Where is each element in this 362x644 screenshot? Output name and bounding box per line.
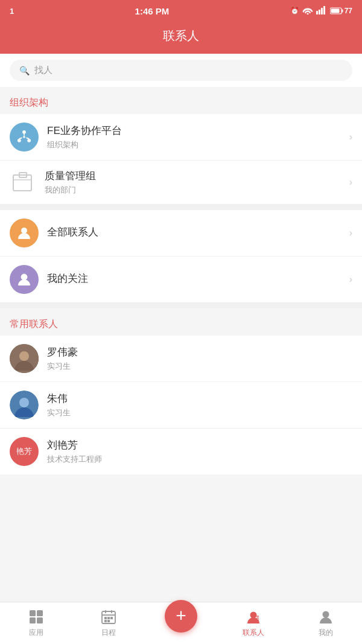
status-time: 1:46 PM — [135, 6, 170, 16]
frequent-section-title: 常用联系人 — [0, 308, 362, 336]
status-notification: 1 — [10, 7, 14, 16]
luoweihao-name: 罗伟豪 — [47, 345, 352, 359]
contact-liuyanfang[interactable]: 艳芳 刘艳芳 技术支持工程师 — [0, 429, 362, 474]
search-bar: 🔍 找人 — [0, 54, 362, 87]
nav-apps[interactable]: 应用 — [0, 608, 72, 638]
svg-point-24 — [19, 398, 29, 407]
org-item-quality-text: 质量管理组 我的部门 — [45, 169, 345, 196]
contact-luoweihao[interactable]: 罗伟豪 实习生 — [0, 336, 362, 382]
page-title: 联系人 — [0, 28, 362, 44]
my-follows-icon — [10, 265, 39, 294]
svg-point-9 — [27, 139, 31, 142]
org-item-quality-name: 质量管理组 — [45, 169, 345, 183]
mine-icon — [317, 608, 334, 625]
section-gap-2 — [0, 302, 362, 308]
content-area: 🔍 找人 组织架构 FE业务协作平台 — [0, 54, 362, 517]
search-input-wrapper[interactable]: 🔍 找人 — [10, 60, 352, 81]
svg-point-38 — [250, 612, 257, 619]
all-contacts-text: 全部联系人 — [47, 225, 345, 241]
svg-point-8 — [17, 139, 21, 142]
org-item-fe-text: FE业务协作平台 组织架构 — [47, 124, 345, 150]
fab-plus-icon: + — [176, 607, 186, 625]
alarm-icon: ⏰ — [290, 7, 299, 15]
svg-rect-36 — [107, 620, 110, 622]
org-item-fe-name: FE业务协作平台 — [47, 124, 345, 138]
all-contacts-item[interactable]: 全部联系人 › — [0, 210, 362, 257]
org-item-quality[interactable]: 质量管理组 我的部门 › — [0, 161, 362, 204]
liuyanfang-avatar-text: 艳芳 — [16, 446, 32, 457]
org-item-fe-platform[interactable]: FE业务协作平台 组织架构 › — [0, 114, 362, 161]
chevron-icon: › — [349, 228, 352, 238]
svg-point-22 — [19, 351, 29, 361]
my-follows-name: 我的关注 — [47, 272, 345, 285]
chevron-icon: › — [349, 132, 352, 142]
org-item-quality-subtitle: 我的部门 — [45, 185, 345, 196]
svg-rect-34 — [107, 617, 110, 619]
nav-schedule[interactable]: 日程 — [72, 608, 145, 638]
svg-rect-27 — [30, 617, 36, 623]
svg-rect-5 — [341, 10, 343, 13]
svg-point-42 — [323, 611, 329, 618]
my-follows-text: 我的关注 — [47, 272, 345, 287]
contacts-follow-list: 全部联系人 › 我的关注 › — [0, 210, 362, 302]
org-section-title: 组织架构 — [0, 87, 362, 114]
search-icon: 🔍 — [19, 66, 30, 75]
avatar-zhuwei — [10, 391, 39, 419]
wifi-icon — [302, 6, 313, 16]
avatar-liuyanfang: 艳芳 — [10, 437, 39, 466]
zhuwei-text: 朱伟 实习生 — [47, 392, 352, 418]
status-icons: ⏰ 77 — [290, 6, 352, 16]
header: 联系人 — [0, 22, 362, 54]
luoweihao-subtitle: 实习生 — [47, 361, 352, 372]
svg-rect-28 — [37, 617, 43, 623]
liuyanfang-name: 刘艳芳 — [47, 438, 352, 452]
frequent-list: 罗伟豪 实习生 朱伟 实习生 艳芳 刘艳芳 — [0, 336, 362, 474]
nav-fab: + + — [145, 610, 217, 637]
section-gap-1 — [0, 204, 362, 210]
svg-rect-2 — [321, 8, 323, 14]
svg-point-7 — [22, 130, 26, 134]
all-contacts-name: 全部联系人 — [47, 225, 345, 239]
battery-icon: 77 — [330, 7, 352, 15]
schedule-icon — [100, 608, 117, 625]
zhuwei-subtitle: 实习生 — [47, 407, 352, 418]
svg-rect-3 — [323, 6, 325, 14]
svg-point-14 — [23, 136, 25, 138]
bottom-nav: 应用 日程 + + — [0, 602, 362, 644]
nav-mine-label: 我的 — [319, 628, 333, 638]
org-list: FE业务协作平台 组织架构 › 质量管理组 我的部门 › — [0, 114, 362, 204]
svg-rect-26 — [37, 610, 43, 616]
all-contacts-icon — [10, 218, 39, 247]
svg-point-18 — [21, 228, 27, 234]
my-follows-item[interactable]: 我的关注 › — [0, 257, 362, 302]
svg-rect-25 — [30, 610, 36, 616]
svg-rect-0 — [316, 11, 318, 14]
nav-schedule-label: 日程 — [101, 628, 116, 638]
liuyanfang-subtitle: 技术支持工程师 — [47, 454, 352, 465]
luoweihao-text: 罗伟豪 实习生 — [47, 345, 352, 372]
search-placeholder-text: 找人 — [34, 65, 52, 76]
svg-rect-37 — [110, 617, 113, 619]
dept-icon — [10, 169, 36, 196]
contacts-nav-icon — [245, 608, 262, 625]
svg-rect-33 — [104, 617, 107, 619]
avatar-luoweihao — [10, 344, 39, 373]
org-item-fe-subtitle: 组织架构 — [47, 139, 345, 150]
status-bar: 1 1:46 PM ⏰ 77 — [0, 0, 362, 22]
chevron-icon: › — [349, 177, 352, 188]
battery-level: 77 — [345, 7, 352, 15]
svg-rect-6 — [331, 9, 339, 13]
contact-zhuwei[interactable]: 朱伟 实习生 — [0, 382, 362, 429]
svg-rect-1 — [319, 10, 320, 14]
nav-contacts-label: 联系人 — [243, 628, 264, 638]
signal-icon — [316, 6, 327, 16]
svg-rect-35 — [104, 620, 107, 622]
fab-button[interactable]: + — [165, 600, 197, 633]
apps-icon — [28, 608, 45, 625]
nav-contacts[interactable]: 联系人 — [217, 608, 290, 638]
zhuwei-name: 朱伟 — [47, 392, 352, 406]
org-icon-fe — [10, 123, 39, 151]
nav-mine[interactable]: 我的 — [290, 608, 362, 638]
liuyanfang-text: 刘艳芳 技术支持工程师 — [47, 438, 352, 465]
nav-apps-label: 应用 — [29, 628, 43, 638]
